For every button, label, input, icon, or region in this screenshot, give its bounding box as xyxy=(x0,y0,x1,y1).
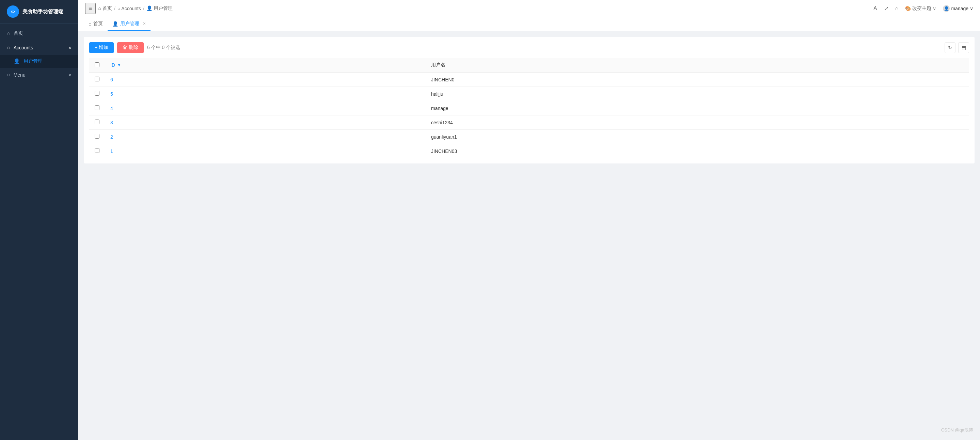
tab-home-label: 首页 xyxy=(93,21,103,27)
refresh-button[interactable]: ↻ xyxy=(945,42,956,53)
row-checkbox[interactable] xyxy=(95,148,99,153)
id-link[interactable]: 5 xyxy=(110,91,113,97)
toolbar-right: ↻ ⬒ xyxy=(945,42,969,53)
row-checkbox-cell xyxy=(89,87,105,101)
sidebar-item-accounts[interactable]: ○ Accounts ∧ xyxy=(0,40,78,55)
tab-close-icon[interactable]: ✕ xyxy=(143,21,146,26)
sidebar-logo: ∞ 美食助手坊管理端 xyxy=(0,0,78,24)
row-checkbox-cell xyxy=(89,130,105,144)
breadcrumb-home[interactable]: ⌂ 首页 xyxy=(99,5,112,11)
cell-id: 6 xyxy=(105,73,426,87)
cell-id: 1 xyxy=(105,144,426,158)
th-id[interactable]: ID ▼ xyxy=(105,58,426,73)
cell-id: 5 xyxy=(105,87,426,101)
row-checkbox[interactable] xyxy=(95,91,99,96)
tab-home[interactable]: ⌂ 首页 xyxy=(84,17,108,31)
menu-arrow-icon: ∨ xyxy=(68,73,72,77)
cell-id: 4 xyxy=(105,101,426,115)
row-checkbox-cell xyxy=(89,73,105,87)
selection-info: 6 个中 0 个被选 xyxy=(147,45,941,51)
th-checkbox xyxy=(89,58,105,73)
row-checkbox[interactable] xyxy=(95,120,99,124)
user-avatar: 👤 xyxy=(943,5,950,12)
cell-username: manage xyxy=(426,101,969,115)
id-link[interactable]: 1 xyxy=(110,148,113,154)
sidebar-item-home[interactable]: ⌂ 首页 xyxy=(0,26,78,40)
row-checkbox[interactable] xyxy=(95,105,99,110)
row-checkbox-cell xyxy=(89,115,105,130)
palette-icon: 🎨 xyxy=(905,6,911,11)
theme-button[interactable]: 🎨 改变主题 ∨ xyxy=(905,5,936,11)
header-right: A ⤢ ⌂ 🎨 改变主题 ∨ 👤 manage ∨ xyxy=(873,5,973,12)
breadcrumb: ⌂ 首页 / ○ Accounts / 👤 用户管理 xyxy=(99,5,173,11)
font-size-icon[interactable]: A xyxy=(873,5,877,11)
cell-username: JINCHEN03 xyxy=(426,144,969,158)
header-home-icon[interactable]: ⌂ xyxy=(895,5,899,11)
home-icon: ⌂ xyxy=(7,30,10,37)
sidebar: ∞ 美食助手坊管理端 ⌂ 首页 ○ Accounts ∧ 👤 用户管理 ○ Me… xyxy=(0,0,78,440)
cell-id: 3 xyxy=(105,115,426,130)
id-link[interactable]: 2 xyxy=(110,134,113,140)
id-link[interactable]: 4 xyxy=(110,105,113,111)
top-header: ≡ ⌂ 首页 / ○ Accounts / 👤 用户管理 A ⤢ ⌂ 🎨 改变主… xyxy=(78,0,980,17)
sidebar-item-menu[interactable]: ○ Menu ∨ xyxy=(0,68,78,82)
main-area: ≡ ⌂ 首页 / ○ Accounts / 👤 用户管理 A ⤢ ⌂ 🎨 改变主… xyxy=(78,0,980,440)
tab-home-icon: ⌂ xyxy=(89,21,91,27)
fullscreen-icon[interactable]: ⤢ xyxy=(884,5,888,11)
export-button[interactable]: ⬒ xyxy=(958,42,969,53)
cell-username: guanliyuan1 xyxy=(426,130,969,144)
export-icon: ⬒ xyxy=(962,45,966,50)
sidebar-nav: ⌂ 首页 ○ Accounts ∧ 👤 用户管理 ○ Menu ∨ xyxy=(0,24,78,85)
table-row: 4 manage xyxy=(89,101,969,115)
content-area: + 增加 🗑 删除 6 个中 0 个被选 ↻ ⬒ xyxy=(78,31,980,440)
id-link[interactable]: 3 xyxy=(110,120,113,125)
sort-icon: ▼ xyxy=(117,63,121,67)
accounts-label: Accounts xyxy=(14,45,65,50)
user-management-label: 用户管理 xyxy=(24,58,43,64)
th-id-label: ID xyxy=(110,62,115,68)
app-title: 美食助手坊管理端 xyxy=(22,8,63,15)
breadcrumb-accounts[interactable]: ○ Accounts xyxy=(118,6,141,11)
menu-icon: ○ xyxy=(7,72,10,78)
home-label: 首页 xyxy=(14,30,72,37)
th-username-label: 用户名 xyxy=(431,62,445,67)
table-row: 2 guanliyuan1 xyxy=(89,130,969,144)
tab-user-icon: 👤 xyxy=(112,21,118,27)
cell-username: JINCHEN0 xyxy=(426,73,969,87)
th-username: 用户名 xyxy=(426,58,969,73)
theme-label: 改变主题 xyxy=(912,5,931,11)
accounts-icon: ○ xyxy=(7,45,10,51)
add-button[interactable]: + 增加 xyxy=(89,42,114,53)
refresh-icon: ↻ xyxy=(948,45,952,50)
breadcrumb-user-management: 👤 用户管理 xyxy=(146,5,173,11)
row-checkbox[interactable] xyxy=(95,77,99,81)
user-dropdown-icon: ∨ xyxy=(970,6,973,11)
theme-dropdown-icon: ∨ xyxy=(933,6,936,11)
menu-label: Menu xyxy=(14,72,65,78)
user-label: manage xyxy=(951,6,969,11)
row-checkbox-cell xyxy=(89,144,105,158)
data-table: ID ▼ 用户名 6 JINCH xyxy=(89,58,969,158)
sidebar-item-user-management[interactable]: 👤 用户管理 xyxy=(0,55,78,68)
table-row: 1 JINCHEN03 xyxy=(89,144,969,158)
user-management-icon: 👤 xyxy=(14,58,20,64)
hamburger-button[interactable]: ≡ xyxy=(85,3,96,14)
tab-user-label: 用户管理 xyxy=(120,21,139,27)
cell-username: ceshi1234 xyxy=(426,115,969,130)
tab-bar: ⌂ 首页 👤 用户管理 ✕ xyxy=(78,17,980,31)
id-link[interactable]: 6 xyxy=(110,77,113,83)
table-card: + 增加 🗑 删除 6 个中 0 个被选 ↻ ⬒ xyxy=(84,37,975,163)
accounts-arrow-icon: ∧ xyxy=(68,45,72,50)
cell-username: halijju xyxy=(426,87,969,101)
select-all-checkbox[interactable] xyxy=(95,62,99,67)
row-checkbox-cell xyxy=(89,101,105,115)
table-row: 5 halijju xyxy=(89,87,969,101)
logo-icon: ∞ xyxy=(7,5,19,18)
user-menu-button[interactable]: 👤 manage ∨ xyxy=(943,5,973,12)
row-checkbox[interactable] xyxy=(95,134,99,139)
toolbar: + 增加 🗑 删除 6 个中 0 个被选 ↻ ⬒ xyxy=(89,42,969,53)
delete-button[interactable]: 🗑 删除 xyxy=(117,42,144,53)
table-row: 3 ceshi1234 xyxy=(89,115,969,130)
header-left: ≡ ⌂ 首页 / ○ Accounts / 👤 用户管理 xyxy=(85,3,173,14)
tab-user-management[interactable]: 👤 用户管理 ✕ xyxy=(108,17,151,31)
